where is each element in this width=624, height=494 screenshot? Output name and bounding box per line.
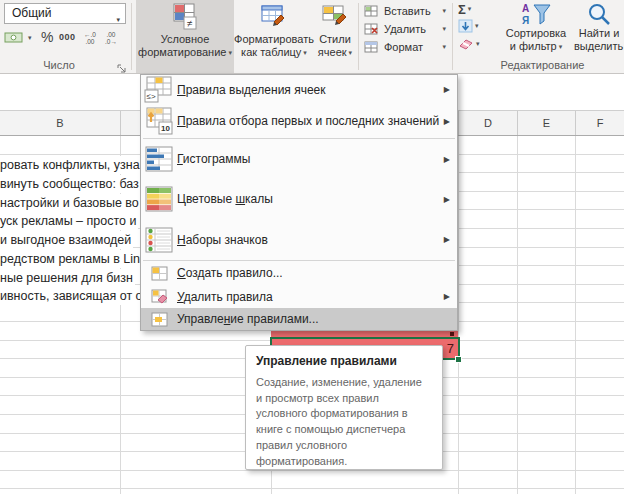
editing-group-label: Редактирование (470, 59, 615, 71)
chevron-down-icon[interactable]: ▾ (116, 10, 120, 29)
eraser-icon (458, 37, 474, 51)
cells-group: Вставить ▾ Удалить ▾ Формат ▾ (360, 3, 452, 55)
chevron-down-icon: ▾ (476, 40, 480, 48)
insert-cells-button[interactable]: Вставить ▾ (360, 3, 452, 19)
manage-rules-tooltip: Управление правилами Создание, изменение… (245, 345, 443, 470)
number-format-value: Общий (12, 6, 52, 20)
chevron-down-icon: ▾ (442, 43, 446, 51)
chevron-down-icon: ▾ (442, 7, 446, 15)
data-bars-icon (141, 145, 177, 173)
submenu-arrow-icon: ▶ (444, 85, 450, 94)
increase-decimal-button[interactable]: ←.0 .00 (84, 31, 96, 45)
autosum-button[interactable]: Σ▾ (458, 1, 471, 17)
manage-rules-icon (141, 312, 177, 327)
tooltip-body-line: форматирования. (256, 454, 432, 470)
conditional-formatting-icon: ≠ (172, 2, 198, 30)
format-cells-icon (364, 40, 379, 54)
format-as-table-button[interactable]: Форматировать как таблицу▾ (234, 0, 314, 73)
cell-text-row[interactable]: настройки и базовые во (0, 194, 141, 212)
delete-cells-icon (364, 22, 379, 36)
chevron-down-icon: ▾ (442, 25, 446, 33)
menu-item-new-rule[interactable]: Создать правило... (141, 261, 457, 285)
fill-button[interactable]: ▾ (458, 18, 479, 34)
conditional-formatting-button[interactable]: ≠ Условное форматирование▾ (136, 0, 234, 73)
percent-style-button[interactable]: % (41, 29, 53, 45)
red-cell-text-fragment (450, 332, 454, 336)
insert-cells-icon (364, 4, 379, 18)
chevron-down-icon: ▾ (349, 49, 353, 56)
tooltip-title: Управление правилами (256, 354, 432, 368)
tooltip-body-line: и просмотр всех правил (256, 391, 432, 407)
cell-styles-button[interactable]: Стили ячеек▾ (312, 0, 358, 73)
cell-text-row[interactable]: и выгодное взаимодей (0, 231, 133, 249)
sigma-icon: Σ (458, 2, 466, 17)
delete-cells-button[interactable]: Удалить ▾ (360, 21, 452, 37)
comma-style-button[interactable]: 000 (59, 32, 76, 42)
submenu-arrow-icon: ▶ (444, 292, 450, 301)
chevron-down-icon: ▾ (475, 22, 479, 30)
format-as-table-icon (260, 2, 288, 30)
icon-sets-icon (141, 226, 177, 254)
gridline-vertical (517, 136, 518, 494)
cell-text-row[interactable]: ивность, зависящая от о (0, 287, 145, 305)
clear-button[interactable]: ▾ (458, 36, 480, 52)
tooltip-body-line: условного форматирования в (256, 406, 432, 422)
column-header-b[interactable]: B (0, 111, 120, 135)
tooltip-body-line: правил условного (256, 438, 432, 454)
cell-styles-icon (321, 2, 349, 30)
chevron-down-icon: ▾ (303, 49, 307, 56)
number-format-combobox[interactable]: Общий ▾ (4, 3, 126, 24)
chevron-down-icon: ▾ (468, 5, 472, 13)
svg-text:А: А (522, 3, 529, 14)
cell-text-row[interactable]: винуть сообщество: баз (0, 175, 141, 193)
accounting-format-button[interactable]: ▾ (4, 30, 32, 45)
magnifier-icon (586, 2, 612, 27)
find-select-button[interactable]: Найти и выделить▾ (574, 0, 624, 56)
submenu-arrow-icon: ▶ (444, 235, 450, 244)
color-scales-icon (141, 185, 177, 213)
menu-item-icon-sets[interactable]: Наборы значков ▶ (141, 219, 457, 260)
new-rule-icon (141, 266, 177, 281)
format-cells-button[interactable]: Формат ▾ (360, 39, 452, 55)
svg-text:Я: Я (522, 15, 529, 26)
selection-fill-handle[interactable] (455, 356, 462, 363)
column-header-d[interactable]: D (458, 111, 517, 135)
menu-item-highlight-cells-rules[interactable]: ≤> Правила выделения ячеек ▶ (141, 75, 457, 104)
highlight-cells-rules-icon: ≤> (141, 76, 177, 103)
chevron-down-icon: ▾ (559, 43, 563, 50)
submenu-arrow-icon: ▶ (444, 155, 450, 164)
excel-ribbon: Общий ▾ ▾ % 000 ←.0 .00 .00 .0→ Число ≠ … (0, 0, 624, 74)
group-divider (131, 3, 132, 70)
chevron-down-icon: ▾ (28, 34, 32, 42)
dialog-launcher-icon[interactable] (117, 60, 127, 78)
tooltip-body-line: Создание, изменение, удаление (256, 375, 432, 391)
chevron-down-icon: ▾ (228, 49, 232, 56)
sort-filter-icon: А Я (520, 2, 552, 27)
fill-down-icon (458, 19, 473, 33)
menu-item-color-scales[interactable]: Цветовые шкалы ▶ (141, 179, 457, 219)
submenu-arrow-icon: ▶ (444, 195, 450, 204)
menu-item-manage-rules[interactable]: Управление правилами... (141, 308, 457, 330)
menu-item-top-bottom-rules[interactable]: 10 Правила отбора первых и последних зна… (141, 104, 457, 138)
column-header-f[interactable]: F (575, 111, 624, 135)
menu-item-data-bars[interactable]: Гистограммы ▶ (141, 139, 457, 179)
number-group-label: Число (0, 59, 118, 71)
submenu-arrow-icon: ▶ (444, 117, 450, 126)
cell-text-row[interactable]: ровать конфликты, узна (0, 156, 142, 174)
svg-text:≠: ≠ (187, 18, 193, 29)
svg-text:10: 10 (161, 124, 170, 133)
gridline-vertical (458, 136, 459, 494)
group-divider (358, 3, 359, 70)
decrease-decimal-button[interactable]: .00 .0→ (105, 31, 117, 45)
banknote-icon (4, 30, 26, 45)
sort-filter-button[interactable]: А Я Сортировка и фильтр▾ (500, 0, 572, 56)
column-header-e[interactable]: E (517, 111, 575, 135)
cell-text-row[interactable]: редством рекламы в Lin (0, 250, 142, 268)
cell-text-row[interactable]: уск рекламы – просто и (0, 212, 138, 230)
cell-text-row[interactable]: ные решения для бизн (0, 269, 135, 287)
svg-text:≤>: ≤> (147, 92, 156, 101)
conditional-formatting-menu: ≤> Правила выделения ячеек ▶ 10 Правила … (140, 74, 458, 331)
tooltip-body-line: книге с помощью диспетчера (256, 422, 432, 438)
menu-item-clear-rules[interactable]: Удалить правила ▶ (141, 285, 457, 308)
gridline-vertical (575, 136, 576, 494)
